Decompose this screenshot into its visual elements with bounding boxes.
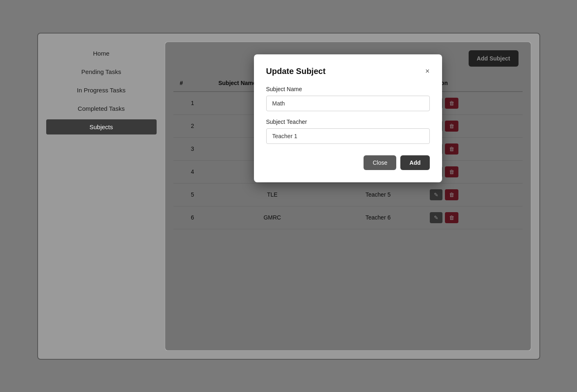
close-button[interactable]: Close [364,155,396,170]
subject-name-label: Subject Name [266,86,430,92]
subject-teacher-label: Subject Teacher [266,119,430,125]
subject-teacher-input[interactable] [266,128,430,144]
sidebar-item-in-progress[interactable]: In Progress Tasks [46,83,157,98]
main-container: Home Pending Tasks In Progress Tasks Com… [37,33,540,360]
modal-header: Update Subject × [266,67,430,76]
subject-name-group: Subject Name [266,86,430,111]
subject-name-input[interactable] [266,96,430,111]
sidebar-item-home[interactable]: Home [46,46,157,61]
modal-title: Update Subject [266,67,326,76]
sidebar-item-completed[interactable]: Completed Tasks [46,101,157,116]
content-area: Add Subject # Subject Name Teacher Actio… [165,42,531,351]
subject-teacher-group: Subject Teacher [266,119,430,144]
sidebar: Home Pending Tasks In Progress Tasks Com… [38,34,165,359]
sidebar-item-pending-tasks[interactable]: Pending Tasks [46,64,157,79]
modal-footer: Close Add [266,155,430,170]
modal-overlay: Update Subject × Subject Name Subject Te… [165,42,531,350]
update-subject-modal: Update Subject × Subject Name Subject Te… [254,54,442,182]
sidebar-item-subjects[interactable]: Subjects [46,119,157,134]
modal-add-button[interactable]: Add [400,155,429,170]
modal-close-button[interactable]: × [425,67,430,75]
